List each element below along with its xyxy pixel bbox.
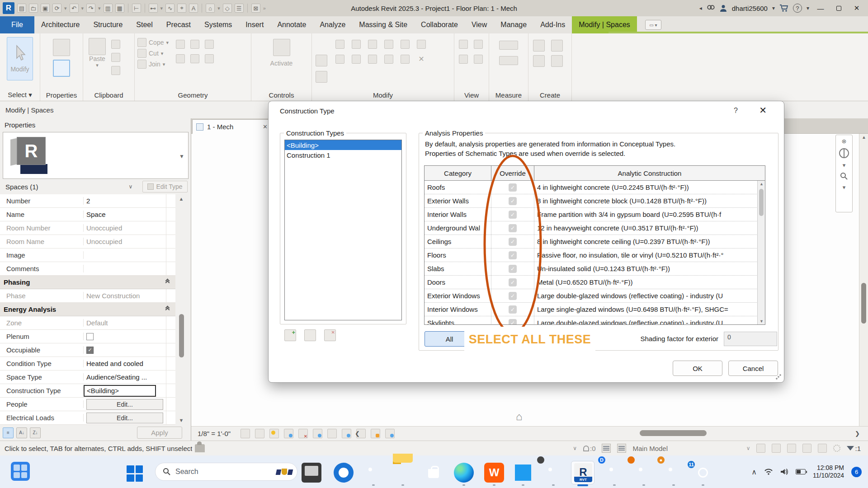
properties-scrollbar[interactable]: ▲ ▼ (176, 194, 187, 425)
vertical-scrollbar[interactable]: ▲ ▼ (859, 134, 868, 441)
property-row-number[interactable]: Number2 (0, 194, 175, 208)
scroll-left-icon[interactable]: ❮ (355, 430, 360, 437)
property-row-electrical-loads[interactable]: Electrical Loads Edit... (0, 411, 175, 425)
horizontal-scroll-thumb[interactable] (640, 430, 707, 436)
split-icon[interactable] (384, 40, 393, 49)
construction-types-list[interactable]: <Building> Construction 1 (284, 140, 402, 320)
text-icon[interactable]: A (189, 4, 198, 13)
beam-joins-icon[interactable] (190, 40, 199, 49)
demolish-icon[interactable] (205, 54, 214, 63)
view-tab-1-mech[interactable]: 1 - Mech ✕ (192, 119, 272, 134)
start-button[interactable] (127, 465, 143, 482)
override-graphics-icon[interactable] (459, 55, 468, 64)
vscode-icon[interactable] (513, 463, 533, 483)
electrical-loads-edit-button[interactable]: Edit... (86, 413, 163, 423)
minimize-button[interactable]: — (814, 2, 827, 14)
table-row-floors[interactable]: Floors ✓ Passive floor, no insulation, t… (425, 249, 765, 262)
tag-icon[interactable]: ⌖ (177, 4, 186, 13)
table-scrollbar[interactable]: ▲ ▼ (757, 181, 765, 324)
cope-icon[interactable] (137, 38, 146, 47)
align-icon[interactable] (316, 55, 327, 66)
cart-icon[interactable] (779, 4, 788, 12)
pin-icon[interactable] (417, 40, 426, 49)
tab-precast[interactable]: Precast (160, 16, 198, 33)
override-checkbox[interactable]: ✓ (509, 251, 517, 259)
table-row-skylights[interactable]: Skylights ✓ Large double-glazed windows … (425, 316, 765, 325)
list-item-construction-1[interactable]: Construction 1 (285, 150, 401, 160)
undo-icon[interactable]: ↶ (70, 4, 79, 13)
redo-dropdown-icon[interactable]: ▾ (98, 5, 101, 11)
vertical-scroll-thumb[interactable] (861, 283, 866, 324)
shadows-icon[interactable] (284, 429, 293, 438)
tab-systems[interactable]: Systems (198, 16, 239, 33)
create-parts-icon[interactable] (533, 55, 545, 67)
select-links-icon[interactable] (756, 444, 765, 453)
redo-icon[interactable]: ↷ (86, 4, 95, 13)
unjoin-icon[interactable] (205, 40, 214, 49)
battery-icon[interactable] (796, 469, 806, 474)
property-row-name[interactable]: NameSpace (0, 208, 175, 221)
revit-logo-icon[interactable]: R (3, 2, 14, 14)
property-row-comments[interactable]: Comments (0, 262, 175, 276)
selection-filter-dropdown-icon[interactable]: ∨ (129, 183, 133, 190)
zoom-dropdown-icon[interactable]: ▾ (843, 184, 846, 191)
tray-clock[interactable]: 12:08 PM 11/10/2024 (813, 464, 844, 479)
sort-default-icon[interactable]: ≡ (3, 427, 14, 438)
editable-only-indicator[interactable]: :0 (583, 445, 596, 452)
table-row-slabs[interactable]: Slabs ✓ Un-insulated solid (U=0.1243 BTU… (425, 262, 765, 276)
print-icon[interactable]: ▥ (104, 4, 113, 13)
array-icon[interactable] (368, 55, 377, 64)
type-properties-icon[interactable] (53, 39, 70, 56)
property-row-occupiable[interactable]: Occupiable ✓ (0, 343, 175, 357)
dialog-title-bar[interactable]: Construction Type (269, 101, 784, 120)
section-energy-analysis[interactable]: Energy Analysis (0, 303, 175, 316)
view-scale[interactable]: 1/8" = 1'-0" (191, 430, 231, 437)
design-options-icon[interactable] (617, 444, 626, 453)
join-icon[interactable] (137, 60, 146, 69)
wall-joins-icon[interactable] (176, 40, 185, 49)
delete-construction-type-icon[interactable] (324, 329, 336, 341)
sheet-icon[interactable]: ▦ (115, 4, 124, 13)
tray-expand-icon[interactable]: ∧ (751, 468, 757, 476)
modify-button[interactable]: Modify (7, 37, 33, 80)
user-icon[interactable] (719, 4, 727, 12)
properties-palette-icon[interactable] (53, 60, 70, 77)
taskbar-search[interactable]: Search (155, 463, 297, 481)
section-icon[interactable]: ◇ (223, 4, 232, 13)
paste-icon[interactable] (89, 38, 106, 55)
column-analytic-construction[interactable]: Analytic Construction (534, 166, 765, 180)
detail-level-icon[interactable] (241, 429, 250, 438)
tab-structure[interactable]: Structure (86, 16, 129, 33)
trim-icon[interactable] (401, 40, 410, 49)
table-row-doors[interactable]: Doors ✓ Metal (U=0.6520 BTU/(h·ft²·°F)) (425, 276, 765, 289)
resize-grip[interactable] (776, 374, 781, 380)
help-icon[interactable]: ? (793, 4, 802, 13)
wheel-dropdown-icon[interactable]: ▾ (843, 162, 846, 169)
table-row-exterior-windows[interactable]: Exterior Windows ✓ Large double-glazed w… (425, 289, 765, 303)
chat-app-icon[interactable] (334, 463, 354, 483)
duplicate-construction-type-icon[interactable] (304, 329, 316, 341)
list-item-building[interactable]: <Building> (285, 140, 401, 150)
collapse-section-icon[interactable] (166, 281, 169, 284)
hide-box-icon[interactable] (474, 40, 483, 49)
toggle-lightbulb-icon[interactable] (459, 40, 468, 49)
offset-icon[interactable] (335, 40, 344, 49)
property-row-construction-type[interactable]: Construction Type <Building> (0, 384, 175, 398)
override-checkbox[interactable]: ✓ (509, 183, 517, 192)
people-edit-button[interactable]: Edit... (86, 399, 163, 410)
override-checkbox[interactable]: ✓ (509, 211, 517, 219)
notification-badge[interactable]: 6 (851, 467, 862, 477)
dimension-dropdown-icon[interactable]: ▾ (160, 5, 163, 11)
create-similar-icon[interactable] (551, 55, 563, 67)
search-icon[interactable] (707, 4, 715, 12)
selection-filter-label[interactable]: Spaces (1) (0, 183, 38, 191)
property-row-people[interactable]: People Edit... (0, 398, 175, 411)
type-selector-dropdown-icon[interactable]: ▼ (179, 153, 184, 160)
section-phasing[interactable]: Phasing (0, 276, 175, 289)
open-icon[interactable]: 🗀 (29, 4, 38, 13)
user-dropdown-icon[interactable]: ▾ (772, 5, 775, 11)
property-row-image[interactable]: Image (0, 249, 175, 262)
tab-modify-spaces[interactable]: Modify | Spaces (572, 16, 637, 33)
sync-icon[interactable]: ⟳ (52, 4, 61, 13)
shading-factor-input[interactable]: 0 (724, 332, 777, 346)
